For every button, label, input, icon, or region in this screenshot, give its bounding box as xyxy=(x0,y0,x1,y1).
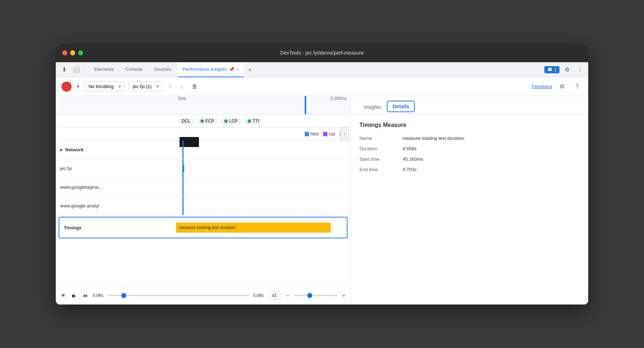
tab-bar: ⬆ ⬜ Elements Console Sources Performance… xyxy=(56,62,588,77)
network-row-1: jec.fyi xyxy=(56,159,350,178)
chat-button[interactable]: 💬 1 xyxy=(544,66,559,73)
tab-bar-right: 💬 1 ⚙ ⋮ xyxy=(544,64,585,75)
more-options-icon[interactable]: ⋮ xyxy=(575,64,585,75)
start-time-val: 45.183ms xyxy=(403,156,423,162)
delete-button[interactable]: 🗑 xyxy=(190,82,200,91)
html-color xyxy=(305,132,309,136)
more-tabs-button[interactable]: » xyxy=(245,67,254,73)
maximize-button[interactable] xyxy=(78,50,83,55)
speed-label: x1 xyxy=(272,293,277,298)
record-dropdown-arrow[interactable]: ▼ xyxy=(76,84,80,89)
color-legend-row: html css js font xyxy=(56,128,350,141)
legend-css: css xyxy=(323,132,335,137)
tab-close-icon[interactable]: × xyxy=(237,67,239,72)
tti-dot xyxy=(248,119,251,123)
network-row-3: www.google-analyt xyxy=(56,197,350,215)
lcp-dot xyxy=(224,119,228,123)
network-section-header: ▶ Network xyxy=(56,141,350,159)
close-button[interactable] xyxy=(62,50,67,55)
network-url-3: www.google-analyt xyxy=(56,203,178,209)
import-button[interactable]: ↓ xyxy=(178,82,185,91)
throttling-dropdown-wrapper: No throttling xyxy=(85,82,124,91)
tab-console[interactable]: Console xyxy=(120,62,148,77)
details-content: Timings Measure Name measure loading tex… xyxy=(351,115,588,184)
tab-elements[interactable]: Elements xyxy=(89,62,119,77)
session-dropdown-wrapper: jec.fyi (1) xyxy=(129,82,162,91)
expand-timeline-button[interactable]: › xyxy=(340,128,349,141)
gear-icon[interactable]: ⚙ xyxy=(557,81,567,92)
main-content: 0ms 3,200ms DCL FCP LCP xyxy=(56,96,588,304)
window-title: DevTools - jec.fyi/demo/perf-measure xyxy=(280,50,364,56)
dcl-pill: DCL xyxy=(178,118,194,125)
play-button[interactable]: ▶ xyxy=(71,291,78,300)
dcl-label: DCL xyxy=(182,119,190,124)
time-end: 3,200ms xyxy=(330,96,347,101)
detail-row-end: End time 4.703s xyxy=(359,167,580,172)
title-bar: DevTools - jec.fyi/demo/perf-measure xyxy=(56,44,588,62)
vert-line-2 xyxy=(182,178,183,196)
timing-bar[interactable]: measure loading text duration xyxy=(176,223,331,233)
chat-count: 1 xyxy=(554,67,557,72)
html-label: html xyxy=(310,132,319,137)
duration-val: 4.658s xyxy=(403,146,417,151)
network-label: ▶ Network xyxy=(56,147,178,152)
vert-blue-line xyxy=(182,141,183,159)
feedback-link[interactable]: Feedback xyxy=(532,84,552,89)
lcp-label: LCP xyxy=(229,119,237,124)
throttling-dropdown[interactable]: No throttling xyxy=(85,82,124,91)
cursor-icon[interactable]: ⬆ xyxy=(59,64,69,75)
session-dropdown[interactable]: jec.fyi (1) xyxy=(129,82,162,91)
export-button[interactable]: ↑ xyxy=(167,82,174,91)
bottom-bar: 👁 ▶ ⏮ 0.06s 5.08s x1 − xyxy=(56,286,350,304)
panel-tabs: Insights Details xyxy=(351,96,588,115)
network-arrow[interactable]: ▶ xyxy=(60,148,63,152)
fcp-label: FCP xyxy=(205,119,214,124)
tab-divider xyxy=(85,65,86,74)
scrubber-thumb[interactable] xyxy=(121,293,126,298)
tab-performance[interactable]: Performance insights 📌 × xyxy=(178,62,244,77)
legend-html: html xyxy=(305,132,319,137)
settings-icon[interactable]: ⚙ xyxy=(562,64,572,75)
zoom-thumb[interactable] xyxy=(307,293,312,298)
tab-details[interactable]: Details xyxy=(387,101,415,112)
tab-sources[interactable]: Sources xyxy=(149,62,176,77)
scrubber-track[interactable] xyxy=(107,295,249,296)
vert-line-1 xyxy=(182,159,183,178)
zoom-slider xyxy=(294,295,337,296)
time-start: 0ms xyxy=(178,96,186,101)
detail-row-start: Start time 45.183ms xyxy=(359,156,580,162)
network-bar-2 xyxy=(178,178,350,196)
device-icon[interactable]: ⬜ xyxy=(71,64,82,75)
detail-row-name: Name measure loading text duration xyxy=(359,136,580,141)
chat-icon: 💬 xyxy=(547,67,553,72)
name-val: measure loading text duration xyxy=(403,136,464,141)
name-key: Name xyxy=(359,136,403,141)
detail-row-duration: Duration 4.658s xyxy=(359,146,580,151)
skip-back-button[interactable]: ⏮ xyxy=(81,291,89,300)
css-color xyxy=(323,132,327,136)
zoom-track[interactable] xyxy=(294,295,337,296)
network-header-content xyxy=(178,141,350,159)
playhead xyxy=(305,96,306,114)
vert-line-3 xyxy=(182,197,183,215)
tab-insights[interactable]: Insights xyxy=(358,104,387,114)
eye-icon[interactable]: 👁 xyxy=(59,291,67,300)
details-title: Timings Measure xyxy=(359,122,580,128)
record-button[interactable] xyxy=(62,82,72,92)
speed-control[interactable]: x1 xyxy=(267,292,281,299)
fcp-pill: FCP xyxy=(197,118,218,125)
minimize-button[interactable] xyxy=(70,50,75,55)
lcp-pill: LCP xyxy=(221,118,241,125)
traffic-lights xyxy=(62,50,83,55)
timing-bar-label: measure loading text duration xyxy=(179,225,236,230)
css-label: css xyxy=(329,132,335,137)
zoom-out-button[interactable]: − xyxy=(285,291,291,300)
timings-row: Timings measure loading text duration xyxy=(59,217,348,238)
network-url-1: jec.fyi xyxy=(56,166,178,171)
left-panel: 0ms 3,200ms DCL FCP LCP xyxy=(56,96,351,304)
help-icon[interactable]: ? xyxy=(572,81,582,92)
start-time-key: Start time xyxy=(359,156,403,162)
timeline-scrubber xyxy=(107,295,249,296)
zoom-in-button[interactable]: + xyxy=(341,291,347,300)
time-end-label: 5.08s xyxy=(253,293,264,298)
